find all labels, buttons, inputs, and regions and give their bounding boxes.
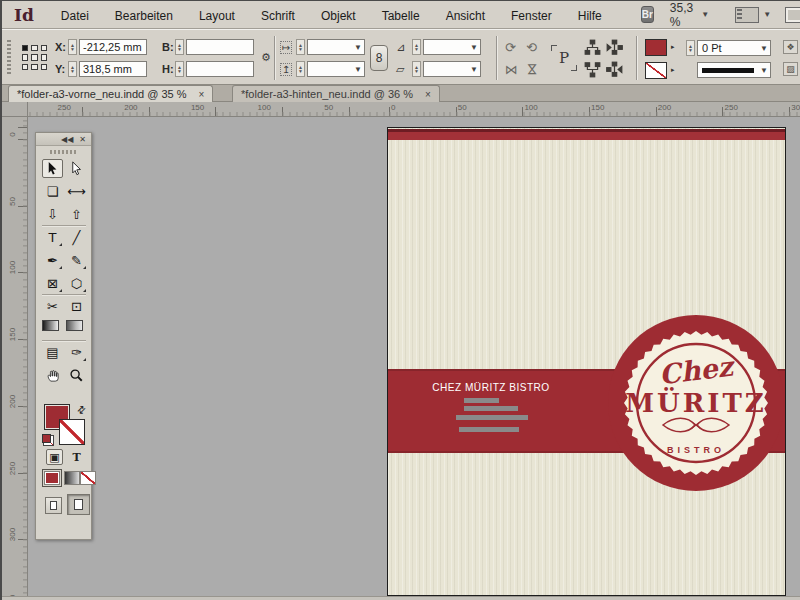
rotation-stepper[interactable]: ▲▼ bbox=[412, 39, 421, 55]
apply-gradient-button[interactable] bbox=[64, 471, 80, 485]
pencil-tool[interactable]: ✎ bbox=[66, 251, 87, 270]
view-mode-preview-button[interactable] bbox=[67, 494, 90, 515]
panel-grip[interactable] bbox=[7, 40, 11, 76]
menu-item-objekt[interactable]: Objekt bbox=[308, 4, 369, 28]
gap-tool[interactable]: ⟷ bbox=[66, 182, 87, 201]
select-next-object-icon[interactable] bbox=[606, 61, 623, 77]
formatting-affects-text-button[interactable]: T bbox=[68, 449, 85, 465]
pasteboard[interactable]: CHEZ MÜRITZ BISTRO Chez MÜRITZ BISTRO bbox=[28, 117, 800, 596]
default-fill-stroke-icon[interactable] bbox=[43, 435, 54, 446]
fill-color-swatch[interactable] bbox=[645, 39, 667, 56]
menu-item-bearbeiten[interactable]: Bearbeiten bbox=[102, 4, 186, 28]
stroke-swatch-arrow-icon[interactable]: ▸ bbox=[671, 66, 675, 74]
y-position-field[interactable] bbox=[79, 61, 147, 77]
type-tool[interactable]: T bbox=[42, 228, 63, 247]
select-last-object-icon[interactable] bbox=[584, 61, 601, 77]
document-tab-bar: *folder-a3-vorne_neu.indd @ 35 %×*folder… bbox=[2, 85, 800, 102]
document-page[interactable]: CHEZ MÜRITZ BISTRO Chez MÜRITZ BISTRO bbox=[387, 127, 786, 596]
menu-item-layout[interactable]: Layout bbox=[186, 4, 248, 28]
menu-item-ansicht[interactable]: Ansicht bbox=[433, 4, 498, 28]
divider bbox=[636, 36, 637, 80]
constrain-dimensions-icon[interactable]: ⚙ bbox=[261, 51, 271, 64]
ruler-label: 300 bbox=[8, 528, 17, 542]
bridge-button[interactable]: Br bbox=[641, 6, 654, 23]
document-tab-1[interactable]: *folder-a3-hinten_neu.indd @ 36 %× bbox=[232, 85, 440, 102]
stroke-type-combo[interactable]: ▼ bbox=[697, 62, 771, 78]
view-mode-normal-button[interactable] bbox=[45, 497, 62, 514]
stroke-color-swatch[interactable] bbox=[645, 62, 667, 79]
apply-none-button[interactable] bbox=[80, 471, 96, 485]
screen-mode-dropdown[interactable]: ▼ bbox=[785, 7, 800, 23]
reference-point-proxy[interactable] bbox=[22, 45, 47, 70]
selection-tool[interactable] bbox=[42, 159, 63, 178]
constrain-scale-link-button[interactable]: 8 bbox=[370, 45, 388, 71]
hand-tool[interactable] bbox=[42, 366, 63, 385]
ruler-corner-box[interactable] bbox=[2, 102, 28, 117]
width-field[interactable] bbox=[186, 39, 254, 55]
height-field[interactable] bbox=[186, 61, 254, 77]
swap-fill-stroke-icon[interactable]: ⇄ bbox=[74, 403, 88, 417]
direct-selection-tool[interactable] bbox=[66, 159, 87, 178]
polygon-tool[interactable]: ⬡ bbox=[66, 274, 87, 293]
page-tool[interactable]: ❏ bbox=[42, 182, 63, 201]
select-first-object-icon[interactable] bbox=[584, 39, 601, 55]
window-bottom-strip bbox=[2, 596, 800, 600]
rotate-cw-icon[interactable]: ⟳ bbox=[505, 40, 516, 55]
gradient-swatch-tool[interactable] bbox=[42, 320, 59, 331]
flip-horizontal-icon[interactable]: ⋈ bbox=[505, 62, 518, 77]
stroke-swatch[interactable] bbox=[59, 419, 85, 445]
height-stepper[interactable]: ▲▼ bbox=[175, 61, 184, 77]
flip-vertical-icon[interactable]: ⋈ bbox=[525, 63, 540, 76]
tab-label: *folder-a3-hinten_neu.indd @ 36 % bbox=[241, 88, 413, 100]
close-panel-icon[interactable]: ✕ bbox=[79, 135, 86, 144]
rotate-ccw-icon[interactable]: ⟲ bbox=[526, 40, 537, 55]
zoom-level-control[interactable]: 35,3 % ▼ bbox=[670, 1, 709, 29]
menu-item-tabelle[interactable]: Tabelle bbox=[369, 4, 433, 28]
scale-y-combo[interactable]: ▼ bbox=[307, 61, 365, 77]
tab-close-icon[interactable]: × bbox=[425, 89, 431, 100]
content-placer-tool[interactable]: ⇧ bbox=[66, 205, 87, 224]
y-stepper[interactable]: ▲▼ bbox=[68, 61, 77, 77]
line-tool[interactable]: ╱ bbox=[66, 228, 87, 247]
x-position-field[interactable] bbox=[79, 39, 147, 55]
rotation-combo[interactable]: ▼ bbox=[423, 39, 481, 55]
scale-x-stepper[interactable]: ▲▼ bbox=[296, 39, 305, 55]
width-stepper[interactable]: ▲▼ bbox=[175, 39, 184, 55]
menu-item-fenster[interactable]: Fenster bbox=[498, 4, 565, 28]
stroke-weight-stepper[interactable]: ▲▼ bbox=[686, 40, 695, 56]
stroke-weight-combo[interactable]: 0 Pt▼ bbox=[697, 40, 771, 56]
ruler-label: 200 bbox=[124, 103, 137, 112]
eyedropper-tool[interactable]: ✑ bbox=[66, 343, 87, 362]
select-previous-object-icon[interactable] bbox=[606, 39, 623, 55]
collapse-panel-icon[interactable]: ◀◀ bbox=[61, 135, 73, 144]
menu-item-schrift[interactable]: Schrift bbox=[248, 4, 308, 28]
vertical-ruler[interactable]: 050100150200250300350 bbox=[2, 117, 28, 596]
pen-tool[interactable]: ✒ bbox=[42, 251, 63, 270]
formatting-affects-container-button[interactable]: ▣ bbox=[46, 449, 63, 465]
tab-close-icon[interactable]: × bbox=[199, 89, 205, 100]
fill-swatch-arrow-icon[interactable]: ▸ bbox=[671, 43, 675, 51]
scissors-tool[interactable]: ✂ bbox=[42, 297, 63, 316]
tools-panel-grip[interactable] bbox=[50, 150, 78, 154]
frame-tool[interactable]: ⊠ bbox=[42, 274, 63, 293]
scale-x-combo[interactable]: ▼ bbox=[307, 39, 365, 55]
gradient-feather-tool[interactable] bbox=[66, 320, 83, 331]
shear-combo[interactable]: ▼ bbox=[423, 61, 481, 77]
document-tab-0[interactable]: *folder-a3-vorne_neu.indd @ 35 %× bbox=[8, 85, 213, 102]
effects-button[interactable]: ❖ bbox=[783, 40, 798, 54]
scale-y-stepper[interactable]: ▲▼ bbox=[296, 61, 305, 77]
select-container-button[interactable]: P bbox=[551, 43, 577, 73]
shear-stepper[interactable]: ▲▼ bbox=[412, 61, 421, 77]
transparency-button[interactable]: ▨ bbox=[783, 62, 798, 76]
menu-item-datei[interactable]: Datei bbox=[48, 4, 102, 28]
free-transform-tool[interactable]: ⊡ bbox=[66, 297, 87, 316]
view-options-dropdown[interactable]: ▼ bbox=[735, 7, 771, 23]
x-stepper[interactable]: ▲▼ bbox=[68, 39, 77, 55]
content-collector-tool[interactable]: ⇩ bbox=[42, 205, 63, 224]
note-tool[interactable]: ▤ bbox=[42, 343, 63, 362]
apply-color-button[interactable] bbox=[44, 471, 60, 485]
menu-item-hilfe[interactable]: Hilfe bbox=[565, 4, 615, 28]
badge-subtitle-text: BISTRO bbox=[607, 445, 785, 455]
zoom-tool[interactable] bbox=[66, 366, 87, 385]
horizontal-ruler[interactable]: 25020015010050050100150200250300 bbox=[28, 102, 800, 117]
